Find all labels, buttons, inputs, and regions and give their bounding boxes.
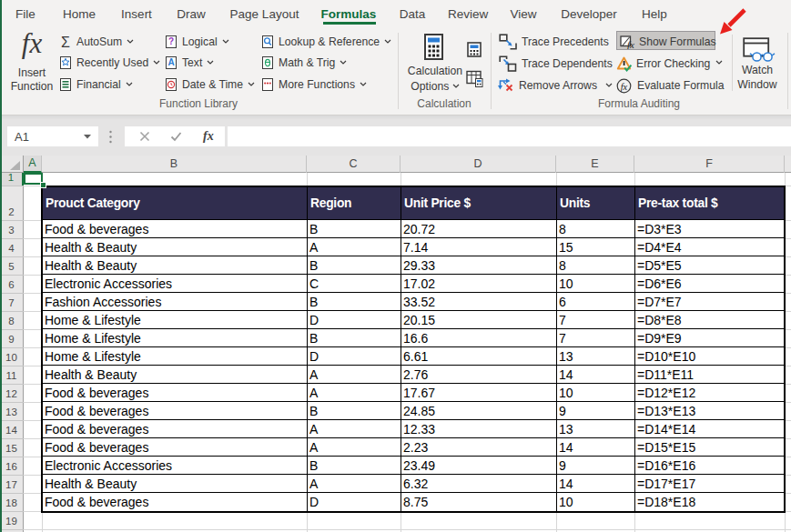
svg-text:?: ? bbox=[168, 36, 174, 46]
svg-text:A: A bbox=[167, 57, 174, 67]
svg-text:fx: fx bbox=[627, 38, 634, 48]
svg-text:fx: fx bbox=[621, 81, 628, 91]
